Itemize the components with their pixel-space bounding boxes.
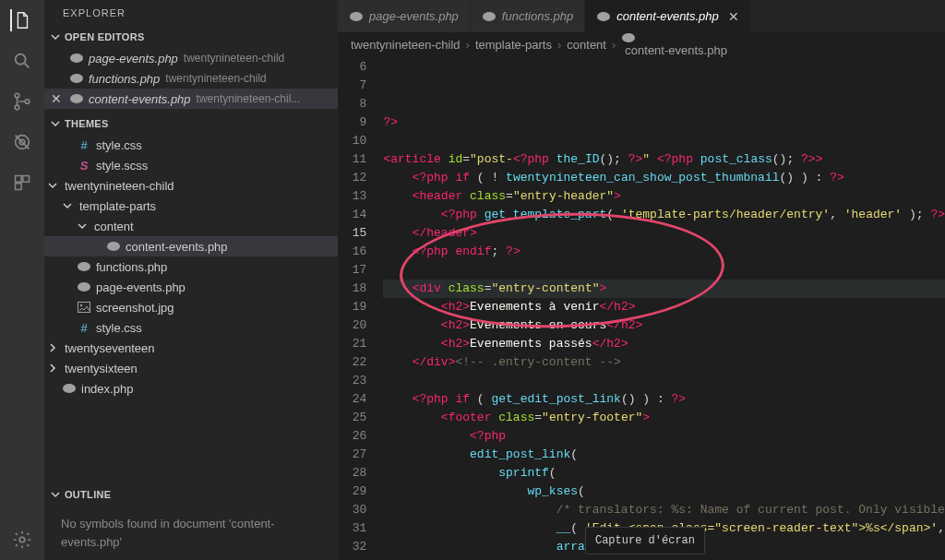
line-number-gutter: 6789101112131415161718192021222324252627… [338,56,383,560]
file-item[interactable]: #style.css [44,317,338,338]
file-item[interactable]: content-events.php [44,236,338,256]
search-icon[interactable] [11,50,33,72]
editor-group: page-events.phpfunctions.phpcontent-even… [338,0,945,560]
code-line[interactable]: wp_kses( [383,483,945,501]
tree-label: content-events.php [126,240,228,254]
chevron-right-icon [44,363,61,373]
code-content[interactable]: ?><article id="post-<?php the_ID(); ?>" … [383,56,945,560]
code-line[interactable]: <h2>Evenements à venir</h2> [383,298,945,316]
chevron-right-icon: › [466,38,470,52]
svg-point-11 [70,74,83,83]
svg-point-1 [15,93,19,98]
code-line[interactable]: <footer class="entry-footer"> [383,409,945,427]
svg-point-21 [597,12,610,21]
code-line[interactable] [383,372,945,390]
code-line[interactable]: <header class="entry-header"> [383,187,945,206]
php-icon [621,32,727,43]
editor-tab[interactable]: page-events.php [338,0,471,32]
file-item[interactable]: #style.css [44,135,338,155]
outline-header[interactable]: OUTLINE [44,483,338,506]
svg-point-13 [107,242,120,251]
svg-point-17 [80,304,82,306]
folder-item[interactable]: template-parts [44,196,338,216]
code-line[interactable]: </div><!-- .entry-content --> [383,353,945,372]
code-editor[interactable]: 6789101112131415161718192021222324252627… [338,56,945,560]
folder-item[interactable]: content [44,216,338,236]
code-line[interactable]: /* translators: %s: Name of current post… [383,501,945,519]
code-line[interactable]: <?php endif; ?> [383,243,945,261]
file-item[interactable]: screenshot.jpg [44,297,338,317]
chevron-down-icon [74,221,90,231]
tree-label: twentynineteen-child [65,179,174,193]
file-desc: twentynineteen-child [165,72,266,85]
close-icon[interactable]: ✕ [44,91,68,106]
file-item[interactable]: functions.php [44,256,338,277]
editor-tabs: page-events.phpfunctions.phpcontent-even… [338,0,945,32]
editor-tab[interactable]: content-events.php✕ [585,0,751,32]
code-line[interactable] [383,132,945,150]
folder-item[interactable]: twentynineteen-child [44,175,338,196]
php-icon [68,93,85,104]
close-icon[interactable]: ✕ [728,9,739,24]
svg-point-22 [622,33,635,42]
breadcrumb-item[interactable]: twentynineteen-child [351,38,461,52]
themes-header[interactable]: THEMES [44,113,338,135]
code-line[interactable]: <h2>Evenements passés</h2> [383,335,945,353]
svg-point-19 [350,12,363,21]
code-line[interactable]: <?php if ( get_edit_post_link() ) : ?> [383,390,945,409]
svg-point-2 [15,105,19,110]
php-icon [482,11,496,22]
code-line[interactable]: <article id="post-<?php the_ID(); ?>" <?… [383,150,945,169]
hash-icon: # [76,138,92,152]
settings-icon[interactable] [11,529,33,551]
code-line[interactable]: <?php if ( ! twentynineteen_can_show_pos… [383,169,945,187]
file-item[interactable]: page-events.php [44,277,338,297]
code-line[interactable] [383,261,945,280]
svg-point-9 [19,537,25,542]
files-icon[interactable] [10,9,32,31]
file-item[interactable]: Sstyle.scss [44,155,338,175]
open-editor-item[interactable]: page-events.phptwentynineteen-child [44,48,338,68]
open-editor-item[interactable]: ✕content-events.phptwentynineteen-chil..… [44,89,338,109]
code-line[interactable]: <?php [383,427,945,446]
code-line[interactable]: ?> [383,113,945,132]
code-line[interactable]: sprintf( [383,464,945,483]
breadcrumb-item[interactable]: template-parts [475,38,552,52]
breadcrumb-item[interactable]: content-events.php [621,32,727,57]
breadcrumbs[interactable]: twentynineteen-child›template-parts›cont… [338,32,945,56]
folder-item[interactable]: twentysixteen [44,358,338,378]
tab-label: page-events.php [369,9,459,23]
svg-point-20 [483,12,496,21]
editor-tab[interactable]: functions.php [471,0,585,32]
folder-item[interactable]: twentyseventeen [44,338,338,358]
sidebar-title: EXPLORER [44,0,338,26]
svg-point-14 [78,262,90,271]
activity-bar [0,0,44,560]
tree-label: content [94,220,134,233]
tree-label: style.css [96,321,142,335]
code-line[interactable]: edit_post_link( [383,446,945,464]
code-line[interactable]: 'span' => array( [383,556,945,560]
tree-label: style.scss [96,159,148,173]
file-desc: twentynineteen-chil... [197,92,301,105]
code-line[interactable]: <h2>Evenements en cours</h2> [383,316,945,335]
source-control-icon[interactable] [11,90,33,113]
scss-icon: S [76,159,92,173]
tree-label: page-events.php [96,280,185,294]
svg-point-18 [63,384,76,393]
php-icon [596,11,611,22]
open-editor-item[interactable]: functions.phptwentynineteen-child [44,68,338,89]
file-item[interactable]: index.php [44,378,338,399]
extensions-icon[interactable] [11,172,33,194]
code-line[interactable]: <div class="entry-content"> [383,280,945,298]
open-editors-header[interactable]: OPEN EDITORS [44,26,338,48]
code-line[interactable]: </header> [383,224,945,243]
php-icon [61,383,78,394]
svg-point-3 [25,100,30,104]
code-line[interactable]: <?php get_template_part( 'template-parts… [383,206,945,224]
svg-point-12 [70,94,83,103]
debug-icon[interactable] [11,131,33,153]
breadcrumb-item[interactable]: content [567,38,606,52]
hash-icon: # [76,321,92,335]
chevron-down-icon [48,30,63,44]
